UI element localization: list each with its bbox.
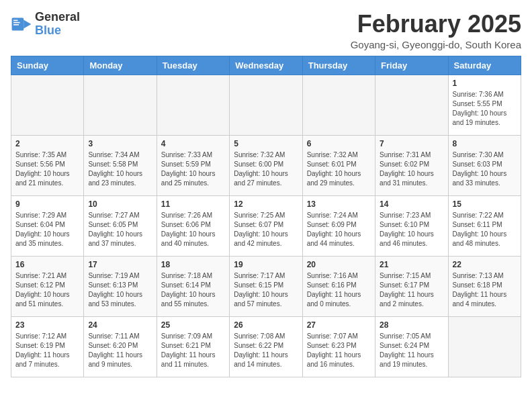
day-number: 28 [380,320,443,330]
day-info: Sunrise: 7:21 AM Sunset: 6:12 PM Dayligh… [15,271,79,309]
weekday-header-saturday: Saturday [448,56,521,75]
day-number: 4 [161,139,225,148]
day-info: Sunrise: 7:36 AM Sunset: 5:55 PM Dayligh… [453,90,517,128]
calendar-cell: 4Sunrise: 7:33 AM Sunset: 5:59 PM Daylig… [157,135,229,195]
day-number: 3 [88,139,152,148]
day-number: 24 [88,320,152,330]
day-info: Sunrise: 7:18 AM Sunset: 6:14 PM Dayligh… [161,271,225,309]
day-info: Sunrise: 7:26 AM Sunset: 6:06 PM Dayligh… [161,211,225,248]
calendar-cell: 8Sunrise: 7:30 AM Sunset: 6:03 PM Daylig… [448,135,521,195]
weekday-header-tuesday: Tuesday [157,56,229,75]
weekday-header-friday: Friday [375,56,448,75]
calendar-cell: 19Sunrise: 7:17 AM Sunset: 6:15 PM Dayli… [230,256,302,316]
calendar-cell: 5Sunrise: 7:32 AM Sunset: 6:00 PM Daylig… [230,135,302,195]
day-number: 14 [380,199,443,209]
day-info: Sunrise: 7:27 AM Sunset: 6:05 PM Dayligh… [88,211,152,248]
day-info: Sunrise: 7:15 AM Sunset: 6:17 PM Dayligh… [380,271,443,309]
day-number: 11 [161,199,225,209]
day-info: Sunrise: 7:31 AM Sunset: 6:02 PM Dayligh… [380,150,443,188]
weekday-header-sunday: Sunday [11,56,84,75]
weekday-header-row: SundayMondayTuesdayWednesdayThursdayFrid… [11,56,521,75]
day-info: Sunrise: 7:09 AM Sunset: 6:21 PM Dayligh… [161,332,225,369]
day-info: Sunrise: 7:16 AM Sunset: 6:16 PM Dayligh… [307,271,371,309]
day-info: Sunrise: 7:24 AM Sunset: 6:09 PM Dayligh… [307,211,371,248]
calendar-cell: 11Sunrise: 7:26 AM Sunset: 6:06 PM Dayli… [157,195,229,256]
day-number: 10 [88,199,152,209]
calendar-cell: 15Sunrise: 7:22 AM Sunset: 6:11 PM Dayli… [448,195,521,256]
calendar-cell: 25Sunrise: 7:09 AM Sunset: 6:21 PM Dayli… [157,316,229,377]
calendar-cell [448,316,521,377]
day-info: Sunrise: 7:17 AM Sunset: 6:15 PM Dayligh… [234,271,298,309]
calendar-cell [84,75,157,135]
calendar-cell: 10Sunrise: 7:27 AM Sunset: 6:05 PM Dayli… [84,195,157,256]
calendar-cell: 28Sunrise: 7:05 AM Sunset: 6:24 PM Dayli… [375,316,448,377]
day-number: 23 [15,320,79,330]
calendar-cell [157,75,229,135]
day-info: Sunrise: 7:34 AM Sunset: 5:58 PM Dayligh… [88,150,152,188]
calendar-cell: 6Sunrise: 7:32 AM Sunset: 6:01 PM Daylig… [302,135,375,195]
logo-icon [11,13,32,35]
week-row-2: 2Sunrise: 7:35 AM Sunset: 5:56 PM Daylig… [11,135,521,195]
svg-rect-2 [13,19,17,21]
day-number: 18 [161,260,225,269]
day-number: 27 [307,320,371,330]
calendar-cell: 2Sunrise: 7:35 AM Sunset: 5:56 PM Daylig… [11,135,84,195]
calendar-cell: 24Sunrise: 7:11 AM Sunset: 6:20 PM Dayli… [84,316,157,377]
day-info: Sunrise: 7:29 AM Sunset: 6:04 PM Dayligh… [15,211,79,248]
week-row-1: 1Sunrise: 7:36 AM Sunset: 5:55 PM Daylig… [11,75,521,135]
day-number: 13 [307,199,371,209]
calendar-cell: 1Sunrise: 7:36 AM Sunset: 5:55 PM Daylig… [448,75,521,135]
day-number: 22 [453,260,517,269]
day-info: Sunrise: 7:07 AM Sunset: 6:23 PM Dayligh… [307,332,371,369]
day-number: 16 [15,260,79,269]
day-info: Sunrise: 7:32 AM Sunset: 6:00 PM Dayligh… [234,150,298,188]
logo-line2: Blue [35,24,80,38]
day-info: Sunrise: 7:19 AM Sunset: 6:13 PM Dayligh… [88,271,152,309]
week-row-5: 23Sunrise: 7:12 AM Sunset: 6:19 PM Dayli… [11,316,521,377]
day-number: 19 [234,260,298,269]
title-block: February 2025 Goyang-si, Gyeonggi-do, So… [351,11,521,50]
day-number: 5 [234,139,298,148]
calendar-cell: 17Sunrise: 7:19 AM Sunset: 6:13 PM Dayli… [84,256,157,316]
day-info: Sunrise: 7:32 AM Sunset: 6:01 PM Dayligh… [307,150,371,188]
calendar-cell: 7Sunrise: 7:31 AM Sunset: 6:02 PM Daylig… [375,135,448,195]
day-number: 26 [234,320,298,330]
page-header: General Blue February 2025 Goyang-si, Gy… [11,11,521,50]
calendar-cell: 22Sunrise: 7:13 AM Sunset: 6:18 PM Dayli… [448,256,521,316]
day-info: Sunrise: 7:12 AM Sunset: 6:19 PM Dayligh… [15,332,79,369]
day-info: Sunrise: 7:13 AM Sunset: 6:18 PM Dayligh… [453,271,517,309]
svg-marker-1 [24,19,31,28]
day-number: 7 [380,139,443,148]
logo-line1: General [35,11,80,24]
day-info: Sunrise: 7:22 AM Sunset: 6:11 PM Dayligh… [453,211,517,248]
day-info: Sunrise: 7:30 AM Sunset: 6:03 PM Dayligh… [453,150,517,188]
week-row-3: 9Sunrise: 7:29 AM Sunset: 6:04 PM Daylig… [11,195,521,256]
day-number: 2 [15,139,79,148]
location: Goyang-si, Gyeonggi-do, South Korea [351,39,521,50]
calendar-cell: 23Sunrise: 7:12 AM Sunset: 6:19 PM Dayli… [11,316,84,377]
day-info: Sunrise: 7:05 AM Sunset: 6:24 PM Dayligh… [380,332,443,369]
day-info: Sunrise: 7:11 AM Sunset: 6:20 PM Dayligh… [88,332,152,369]
calendar-cell: 18Sunrise: 7:18 AM Sunset: 6:14 PM Dayli… [157,256,229,316]
calendar-cell: 9Sunrise: 7:29 AM Sunset: 6:04 PM Daylig… [11,195,84,256]
month-title: February 2025 [351,11,521,38]
day-number: 12 [234,199,298,209]
calendar-table: SundayMondayTuesdayWednesdayThursdayFrid… [11,56,521,377]
calendar-cell [11,75,84,135]
calendar-cell: 21Sunrise: 7:15 AM Sunset: 6:17 PM Dayli… [375,256,448,316]
svg-rect-4 [13,24,19,26]
logo: General Blue [11,11,80,38]
day-number: 25 [161,320,225,330]
day-number: 21 [380,260,443,269]
day-info: Sunrise: 7:35 AM Sunset: 5:56 PM Dayligh… [15,150,79,188]
svg-rect-3 [13,22,20,24]
day-info: Sunrise: 7:25 AM Sunset: 6:07 PM Dayligh… [234,211,298,248]
calendar-cell: 26Sunrise: 7:08 AM Sunset: 6:22 PM Dayli… [230,316,302,377]
week-row-4: 16Sunrise: 7:21 AM Sunset: 6:12 PM Dayli… [11,256,521,316]
calendar-cell [375,75,448,135]
day-number: 8 [453,139,517,148]
calendar-cell: 20Sunrise: 7:16 AM Sunset: 6:16 PM Dayli… [302,256,375,316]
calendar-cell [230,75,302,135]
calendar-cell: 13Sunrise: 7:24 AM Sunset: 6:09 PM Dayli… [302,195,375,256]
calendar-cell: 14Sunrise: 7:23 AM Sunset: 6:10 PM Dayli… [375,195,448,256]
